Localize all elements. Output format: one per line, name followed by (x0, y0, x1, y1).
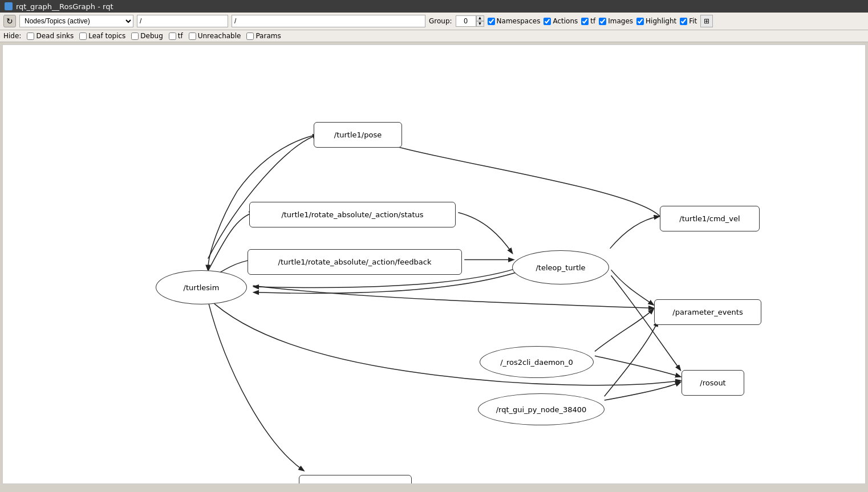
toolbar1: ↻ Nodes/Topics (active) Nodes only Nodes… (0, 13, 868, 30)
highlight-checkbox-label[interactable]: Highlight (636, 17, 676, 25)
node-ros2cli-daemon[interactable]: /_ros2cli_daemon_0 (480, 346, 594, 378)
node-cmd-vel[interactable]: /turtle1/cmd_vel (660, 206, 760, 231)
spinner-down[interactable]: ▼ (476, 21, 484, 27)
node-rotate-status[interactable]: /turtle1/rotate_absolute/_action/status (249, 202, 456, 227)
toolbar2: Hide: Dead sinks Leaf topics Debug tf Un… (0, 30, 868, 42)
namespaces-checkbox-label[interactable]: Namespaces (488, 17, 541, 25)
group-label: Group: (429, 17, 452, 25)
debug-label[interactable]: Debug (131, 32, 163, 40)
node-teleop-turtle[interactable]: /teleop_turtle (512, 250, 609, 284)
filter1-input[interactable] (137, 15, 228, 27)
images-checkbox[interactable] (599, 18, 606, 25)
actions-checkbox-label[interactable]: Actions (543, 17, 578, 25)
app-icon (5, 2, 13, 10)
spinner-buttons[interactable]: ▲ ▼ (476, 15, 484, 27)
window-title: rqt_graph__RosGraph - rqt (16, 2, 113, 11)
tf-checkbox[interactable] (581, 18, 589, 25)
hide-label: Hide: (3, 32, 21, 40)
dead-sinks-checkbox[interactable] (27, 32, 34, 40)
images-checkbox-label[interactable]: Images (599, 17, 633, 25)
actions-checkbox[interactable] (543, 18, 551, 25)
node-color-sensor[interactable]: /turtle1/color_sensor (299, 475, 412, 484)
fit-checkbox[interactable] (680, 18, 687, 25)
leaf-topics-checkbox[interactable] (79, 32, 87, 40)
namespaces-checkbox[interactable] (488, 18, 495, 25)
leaf-topics-label[interactable]: Leaf topics (79, 32, 125, 40)
group-spinner[interactable]: ▲ ▼ (456, 15, 484, 27)
graph-area[interactable]: /turtlesim /teleop_turtle /turtle1/pose … (2, 44, 866, 484)
filter2-input[interactable] (232, 15, 425, 27)
graph-canvas[interactable]: /turtlesim /teleop_turtle /turtle1/pose … (3, 45, 865, 483)
node-rotate-feedback[interactable]: /turtle1/rotate_absolute/_action/feedbac… (248, 249, 462, 275)
tf2-checkbox[interactable] (169, 32, 176, 40)
node-turtlesim[interactable]: /turtlesim (156, 270, 247, 304)
tf2-checkbox-label[interactable]: tf (169, 32, 183, 40)
node-turtle1-pose[interactable]: /turtle1/pose (314, 122, 402, 148)
screenshot-button[interactable]: ⊞ (700, 15, 713, 27)
node-topic-dropdown[interactable]: Nodes/Topics (active) Nodes only Nodes/T… (19, 15, 133, 27)
title-bar: rqt_graph__RosGraph - rqt (0, 0, 868, 13)
debug-checkbox[interactable] (131, 32, 139, 40)
params-checkbox[interactable] (246, 32, 254, 40)
group-value[interactable] (456, 15, 476, 27)
unreachable-label[interactable]: Unreachable (189, 32, 241, 40)
node-parameter-events[interactable]: /parameter_events (654, 299, 761, 325)
spinner-up[interactable]: ▲ (476, 15, 484, 21)
node-rqt-gui-py[interactable]: /rqt_gui_py_node_38400 (478, 393, 605, 425)
params-label[interactable]: Params (246, 32, 281, 40)
tf-checkbox-label[interactable]: tf (581, 17, 595, 25)
node-rosout[interactable]: /rosout (682, 370, 744, 396)
dead-sinks-label[interactable]: Dead sinks (27, 32, 74, 40)
refresh-button[interactable]: ↻ (3, 15, 16, 27)
fit-checkbox-label[interactable]: Fit (680, 17, 697, 25)
unreachable-checkbox[interactable] (189, 32, 196, 40)
highlight-checkbox[interactable] (636, 18, 644, 25)
